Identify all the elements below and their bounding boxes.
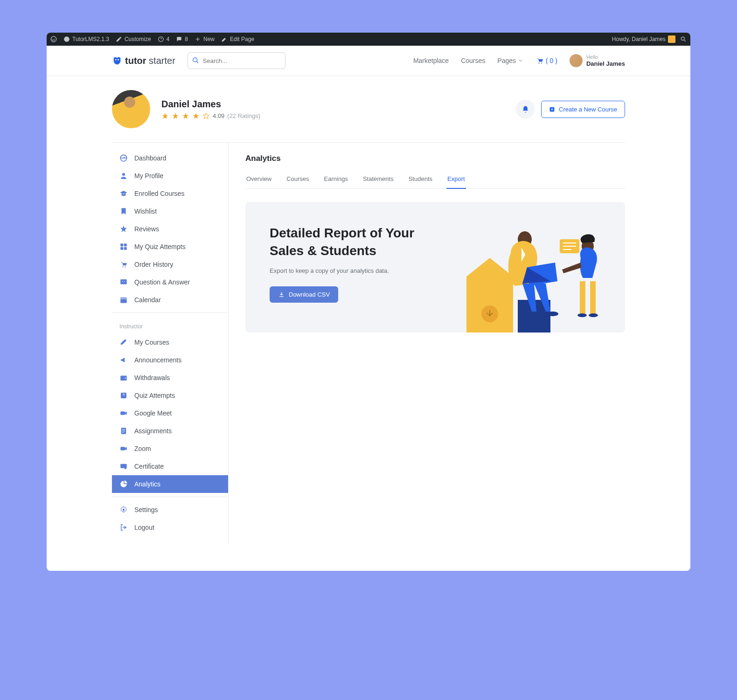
quiz-icon <box>119 243 128 251</box>
sidebar-item-logout[interactable]: Logout <box>112 519 228 536</box>
svg-rect-12 <box>124 243 127 246</box>
tab-export[interactable]: Export <box>446 172 466 189</box>
svg-rect-24 <box>120 447 125 450</box>
sidebar-item-zoom[interactable]: Zoom <box>112 440 228 457</box>
tab-statements[interactable]: Statements <box>362 172 395 188</box>
sidebar-item-orders[interactable]: Order History <box>112 256 228 273</box>
video-icon <box>119 444 128 453</box>
nav-marketplace[interactable]: Marketplace <box>413 57 449 64</box>
star-icon <box>192 112 200 120</box>
svg-rect-17 <box>120 279 127 284</box>
calendar-icon <box>119 296 128 304</box>
dashboard-sidebar: Dashboard My Profile Enrolled Courses Wi… <box>112 143 229 543</box>
profile-strip: Daniel James 4.09 (22 Ratings) Cre <box>112 76 625 143</box>
svg-rect-22 <box>120 411 125 415</box>
download-csv-button[interactable]: Download CSV <box>270 286 338 303</box>
svg-point-7 <box>541 62 542 63</box>
sidebar-item-my-courses[interactable]: My Courses <box>112 333 228 351</box>
sidebar-item-profile[interactable]: My Profile <box>112 167 228 185</box>
svg-point-33 <box>547 312 558 316</box>
sidebar-item-withdrawals[interactable]: Withdrawals <box>112 369 228 387</box>
adminbar-search[interactable] <box>680 36 687 42</box>
profile-avatar <box>112 90 150 128</box>
star-icon <box>182 112 189 120</box>
sidebar-item-wishlist[interactable]: Wishlist <box>112 202 228 220</box>
card-heading: Detailed Report of Your Sales & Students <box>270 224 429 260</box>
chevron-down-icon <box>518 58 523 63</box>
profile-name: Daniel James <box>161 99 260 110</box>
tab-students[interactable]: Students <box>408 172 433 188</box>
card-sub: Export to keep a copy of your analytics … <box>270 267 429 274</box>
updates-count[interactable]: 4 <box>158 36 170 42</box>
tab-earnings[interactable]: Earnings <box>323 172 349 188</box>
sidebar-item-announcements[interactable]: Announcements <box>112 351 228 369</box>
sidebar-item-analytics[interactable]: Analytics <box>112 475 228 493</box>
sidebar-item-certificate[interactable]: Certificate <box>112 457 228 475</box>
logo[interactable]: tutor starter <box>112 55 175 66</box>
cart-icon <box>535 56 544 65</box>
sidebar-divider <box>112 312 228 313</box>
video-icon <box>119 409 128 417</box>
page-title: Analytics <box>245 154 625 163</box>
dashboard-icon <box>119 154 128 162</box>
nav-courses[interactable]: Courses <box>461 57 485 64</box>
wp-logo[interactable] <box>50 36 57 42</box>
qa-icon <box>119 278 128 286</box>
svg-point-20 <box>125 378 126 379</box>
megaphone-icon <box>119 356 128 364</box>
owl-icon <box>112 55 122 66</box>
svg-rect-28 <box>466 277 513 333</box>
cart-link[interactable]: ( 0 ) <box>535 56 557 65</box>
edit-page-link[interactable]: Edit Page <box>221 36 254 42</box>
notifications-button[interactable] <box>516 100 535 118</box>
nav-pages[interactable]: Pages <box>497 57 523 64</box>
search-input[interactable] <box>188 52 285 69</box>
svg-point-26 <box>125 467 127 470</box>
tab-courses[interactable]: Courses <box>285 172 310 188</box>
sidebar-item-assignments[interactable]: Assignments <box>112 422 228 440</box>
sidebar-item-calendar[interactable]: Calendar <box>112 291 228 309</box>
bell-icon <box>521 105 529 113</box>
comments-count[interactable]: 8 <box>176 36 188 42</box>
svg-point-1 <box>64 36 70 42</box>
sidebar-item-instructor-quiz[interactable]: Quiz Attempts <box>112 387 228 404</box>
customize-link[interactable]: Customize <box>116 36 151 42</box>
plugin-name[interactable]: TutorLMS2.1.3 <box>63 36 109 42</box>
tab-overview[interactable]: Overview <box>245 172 272 188</box>
svg-point-2 <box>681 37 684 40</box>
search-box <box>188 52 285 69</box>
create-course-button[interactable]: Create a New Course <box>541 101 625 118</box>
star-icon <box>172 112 179 120</box>
assignment-icon <box>119 427 128 435</box>
svg-point-3 <box>115 59 117 61</box>
illustration <box>466 221 625 333</box>
sidebar-item-enrolled[interactable]: Enrolled Courses <box>112 185 228 202</box>
new-link[interactable]: New <box>195 36 215 42</box>
svg-rect-11 <box>120 243 123 246</box>
star-icon <box>161 112 169 120</box>
sidebar-item-google-meet[interactable]: Google Meet <box>112 404 228 422</box>
search-icon <box>192 57 199 64</box>
wp-admin-bar: TutorLMS2.1.3 Customize 4 8 New Edit Pag… <box>47 33 690 46</box>
sidebar-item-dashboard[interactable]: Dashboard <box>112 149 228 167</box>
star-icon <box>119 225 128 233</box>
svg-point-38 <box>589 313 598 317</box>
user-menu[interactable]: Hello Daniel James <box>570 54 625 68</box>
sidebar-item-reviews[interactable]: Reviews <box>112 220 228 238</box>
wallet-icon <box>119 374 128 382</box>
gear-icon <box>119 506 128 514</box>
sidebar-divider <box>112 497 228 497</box>
svg-point-15 <box>122 266 123 267</box>
svg-point-4 <box>118 59 119 61</box>
analytics-tabs: Overview Courses Earnings Statements Stu… <box>245 172 625 189</box>
sidebar-item-quiz-attempts[interactable]: My Quiz Attempts <box>112 238 228 256</box>
howdy-text[interactable]: Howdy, Daniel James <box>612 35 675 43</box>
sidebar-item-settings[interactable]: Settings <box>112 501 228 519</box>
svg-point-0 <box>51 36 56 42</box>
graduation-icon <box>119 189 128 198</box>
cart-icon <box>119 260 128 269</box>
site-header: tutor starter Marketplace Courses Pages … <box>47 46 690 76</box>
sidebar-item-qa[interactable]: Question & Answer <box>112 273 228 291</box>
download-icon <box>278 291 285 298</box>
user-icon <box>119 172 128 180</box>
